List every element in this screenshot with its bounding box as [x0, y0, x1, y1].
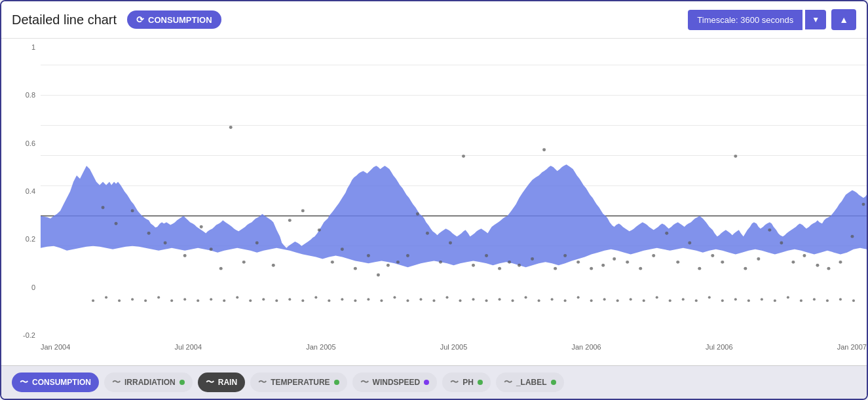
y-label-02: 0.2 [26, 236, 35, 243]
svg-point-128 [852, 299, 855, 302]
svg-point-108 [590, 299, 593, 302]
irradiation-dot [179, 380, 185, 385]
svg-point-124 [800, 299, 802, 302]
svg-point-27 [377, 274, 380, 277]
legend-item-label[interactable]: 〜 _LABEL [496, 373, 564, 392]
x-axis: Jan 2004 Jul 2004 Jan 2005 Jul 2005 Jan … [41, 339, 867, 365]
wave-icon-rain: 〜 [206, 376, 214, 388]
header-right: Timescale: 3600 seconds ▼ ▲ [688, 9, 856, 30]
svg-point-102 [512, 299, 514, 302]
chart-svg [41, 44, 867, 339]
timescale-button[interactable]: Timescale: 3600 seconds [688, 10, 802, 30]
y-label-08: 0.8 [26, 92, 35, 99]
svg-point-77 [183, 298, 186, 300]
svg-point-43 [554, 267, 557, 270]
svg-point-21 [301, 209, 305, 212]
svg-point-55 [698, 267, 701, 270]
svg-point-50 [639, 267, 642, 270]
legend-item-temperature[interactable]: 〜 TEMPERATURE [250, 373, 347, 392]
svg-point-119 [734, 298, 737, 300]
svg-point-42 [542, 148, 546, 151]
svg-point-48 [613, 257, 616, 261]
svg-point-79 [210, 298, 212, 300]
wave-icon-temperature: 〜 [258, 376, 267, 388]
x-label-jul2005: Jul 2005 [440, 343, 468, 351]
svg-point-125 [813, 298, 816, 300]
svg-point-122 [774, 299, 776, 302]
svg-point-76 [170, 299, 173, 302]
svg-point-18 [255, 241, 259, 244]
wave-icon-ph: 〜 [450, 376, 459, 388]
svg-point-127 [839, 298, 842, 300]
svg-point-73 [131, 298, 134, 300]
svg-point-70 [92, 299, 94, 302]
legend-item-ph[interactable]: 〜 PH [442, 373, 491, 392]
x-label-jan2007: Jan 2007 [837, 343, 867, 351]
legend-label-consumption: CONSUMPTION [32, 378, 91, 387]
x-label-jan2006: Jan 2006 [571, 343, 601, 351]
svg-point-33 [439, 261, 442, 264]
svg-point-17 [242, 261, 246, 264]
svg-point-105 [551, 298, 554, 300]
svg-point-8 [115, 222, 118, 225]
svg-point-7 [102, 206, 105, 209]
svg-point-69 [861, 203, 865, 206]
svg-point-90 [354, 299, 356, 302]
legend-label-rain: RAIN [218, 378, 237, 387]
svg-point-60 [757, 257, 760, 261]
svg-point-123 [787, 296, 789, 299]
svg-point-14 [210, 247, 213, 251]
legend-item-windspeed[interactable]: 〜 WINDSPEED [352, 373, 438, 392]
svg-point-54 [688, 241, 691, 244]
svg-point-110 [616, 299, 619, 302]
svg-point-96 [432, 299, 435, 302]
svg-point-40 [518, 264, 521, 267]
svg-point-98 [459, 299, 462, 302]
svg-point-120 [747, 299, 750, 302]
y-label-neg02: -0.2 [23, 332, 35, 339]
svg-point-68 [850, 235, 854, 238]
svg-point-30 [406, 254, 409, 257]
y-label-06: 0.6 [26, 140, 35, 147]
y-axis: 1 0.8 0.6 0.4 0.2 0 -0.2 [1, 44, 41, 339]
timescale-dropdown-button[interactable]: ▼ [805, 10, 826, 29]
main-container: Detailed line chart ⟳ CONSUMPTION Timesc… [0, 0, 868, 400]
svg-point-72 [118, 299, 121, 302]
collapse-button[interactable]: ▲ [831, 9, 856, 30]
svg-point-13 [200, 225, 203, 228]
svg-point-65 [816, 264, 819, 267]
svg-point-46 [590, 267, 593, 270]
svg-point-117 [708, 296, 711, 299]
svg-point-107 [577, 296, 580, 299]
timescale-label: Timescale: 3600 seconds [697, 15, 793, 25]
svg-point-115 [682, 298, 685, 300]
svg-point-62 [780, 241, 783, 244]
svg-point-103 [525, 296, 527, 299]
legend-item-consumption[interactable]: 〜 CONSUMPTION [12, 373, 99, 392]
svg-point-58 [734, 155, 737, 158]
svg-point-34 [449, 241, 452, 244]
legend-item-irradiation[interactable]: 〜 IRRADIATION [104, 373, 193, 392]
y-label-0: 0 [31, 284, 35, 291]
x-label-jan2005: Jan 2005 [306, 343, 335, 351]
legend-item-rain[interactable]: 〜 RAIN [198, 373, 245, 392]
svg-point-95 [419, 298, 422, 300]
consumption-badge[interactable]: ⟳ CONSUMPTION [127, 10, 221, 29]
windspeed-dot [424, 380, 429, 385]
badge-icon: ⟳ [136, 14, 144, 25]
chart-header: Detailed line chart ⟳ CONSUMPTION Timesc… [1, 1, 867, 39]
legend-bar: 〜 CONSUMPTION 〜 IRRADIATION 〜 RAIN 〜 TEM… [1, 365, 867, 399]
svg-point-101 [499, 298, 501, 300]
svg-point-94 [406, 299, 409, 302]
svg-point-20 [288, 219, 292, 222]
svg-point-83 [262, 298, 265, 300]
y-label-04: 0.4 [26, 188, 35, 195]
svg-point-113 [656, 296, 658, 299]
svg-point-74 [144, 299, 147, 302]
svg-point-80 [223, 299, 225, 302]
x-label-jul2004: Jul 2004 [174, 343, 202, 351]
badge-label: CONSUMPTION [148, 15, 212, 25]
svg-point-29 [396, 261, 400, 264]
svg-point-36 [472, 264, 475, 267]
svg-point-87 [314, 296, 317, 299]
